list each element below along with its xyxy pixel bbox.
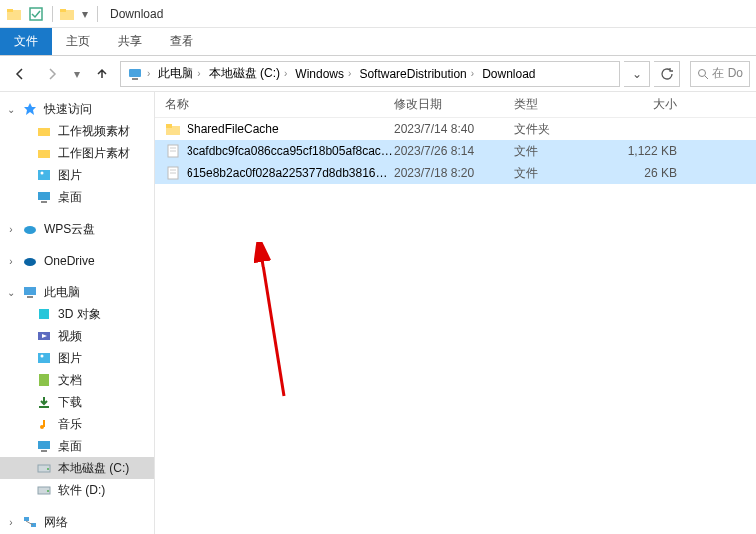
- 3d-icon: [36, 306, 52, 322]
- breadcrumb-item[interactable]: Windows›: [291, 67, 355, 81]
- expand-icon[interactable]: ⌄: [6, 287, 16, 298]
- desktop-icon: [36, 189, 52, 205]
- svg-point-33: [47, 468, 49, 470]
- svg-rect-7: [132, 78, 138, 80]
- pc-icon: [127, 66, 143, 82]
- sidebar-item[interactable]: 文档: [0, 369, 154, 391]
- svg-marker-10: [24, 103, 36, 115]
- svg-point-25: [41, 355, 44, 358]
- expand-icon[interactable]: ›: [6, 224, 16, 235]
- column-size[interactable]: 大小: [613, 96, 693, 113]
- address-dropdown[interactable]: ⌄: [624, 61, 650, 87]
- pictures-icon: [36, 350, 52, 366]
- sidebar-item[interactable]: 工作视频素材: [0, 120, 154, 142]
- sidebar-item[interactable]: 软件 (D:): [0, 479, 154, 501]
- file-size: 1,122 KB: [613, 144, 693, 158]
- column-type[interactable]: 类型: [514, 96, 613, 113]
- breadcrumb-item[interactable]: Download: [478, 67, 539, 81]
- breadcrumb[interactable]: › 此电脑› 本地磁盘 (C:)› Windows› SoftwareDistr…: [120, 61, 620, 87]
- file-date: 2023/7/26 8:14: [394, 144, 514, 158]
- sidebar-item[interactable]: 桌面: [0, 435, 154, 457]
- qat-dropdown-icon[interactable]: ▾: [79, 4, 91, 24]
- svg-point-17: [24, 226, 36, 234]
- svg-rect-2: [7, 9, 13, 12]
- qat-props-icon[interactable]: [57, 4, 77, 24]
- svg-rect-27: [39, 406, 49, 408]
- svg-rect-29: [43, 420, 45, 427]
- file-date: 2023/7/14 8:40: [394, 122, 514, 136]
- file-date: 2023/7/18 8:20: [394, 166, 514, 180]
- title-bar: ▾ Download: [0, 0, 756, 28]
- sidebar-item[interactable]: 下载: [0, 391, 154, 413]
- file-row[interactable]: 615e8b2ac0f028a225377d8db381647...2023/7…: [155, 162, 756, 184]
- file-name: 615e8b2ac0f028a225377d8db381647...: [187, 166, 394, 180]
- svg-rect-26: [39, 374, 49, 386]
- sidebar-item[interactable]: 工作图片素材: [0, 142, 154, 164]
- recent-dropdown[interactable]: ▾: [70, 61, 84, 87]
- svg-rect-3: [30, 8, 42, 20]
- file-size: 26 KB: [613, 166, 693, 180]
- svg-point-8: [699, 69, 706, 76]
- sidebar-item[interactable]: 桌面: [0, 186, 154, 208]
- chevron-right-icon: ›: [197, 68, 200, 79]
- tab-file[interactable]: 文件: [0, 28, 52, 55]
- star-icon: [22, 101, 38, 117]
- tab-view[interactable]: 查看: [156, 28, 207, 55]
- breadcrumb-item[interactable]: 本地磁盘 (C:)›: [205, 65, 292, 82]
- annotation-arrow: [254, 242, 294, 401]
- pc-icon: [22, 284, 38, 300]
- column-headers[interactable]: 名称 修改日期 类型 大小: [155, 92, 756, 118]
- search-input[interactable]: 在 Do: [690, 61, 750, 87]
- sidebar-item[interactable]: 3D 对象: [0, 303, 154, 325]
- svg-rect-5: [60, 9, 66, 12]
- svg-rect-19: [24, 287, 36, 295]
- svg-rect-30: [38, 441, 50, 449]
- column-date[interactable]: 修改日期: [394, 96, 514, 113]
- back-button[interactable]: [6, 61, 34, 87]
- qat-save-icon[interactable]: [26, 4, 46, 24]
- svg-point-35: [47, 490, 49, 492]
- file-type: 文件夹: [514, 121, 613, 138]
- forward-button[interactable]: [38, 61, 66, 87]
- svg-rect-37: [31, 523, 36, 527]
- sidebar-this-pc[interactable]: ⌄此电脑: [0, 281, 154, 303]
- sidebar-quick-access[interactable]: ⌄ 快速访问: [0, 98, 154, 120]
- svg-rect-36: [24, 517, 29, 521]
- file-row[interactable]: SharedFileCache2023/7/14 8:40文件夹: [155, 118, 756, 140]
- folder-icon: [36, 123, 52, 139]
- tab-home[interactable]: 主页: [52, 28, 104, 55]
- chevron-right-icon: ›: [348, 68, 351, 79]
- sidebar-wps[interactable]: ›WPS云盘: [0, 218, 154, 240]
- sidebar-item[interactable]: 音乐: [0, 413, 154, 435]
- up-button[interactable]: [88, 61, 116, 87]
- svg-rect-21: [39, 309, 49, 319]
- separator: [97, 6, 98, 22]
- sidebar-network[interactable]: ›网络: [0, 511, 154, 533]
- expand-icon[interactable]: ›: [6, 256, 16, 267]
- expand-icon[interactable]: ⌄: [6, 104, 16, 115]
- sidebar-item[interactable]: 本地磁盘 (C:): [0, 457, 154, 479]
- separator: [52, 6, 53, 22]
- sidebar-item[interactable]: 图片: [0, 164, 154, 186]
- sidebar-onedrive[interactable]: ›OneDrive: [0, 250, 154, 271]
- breadcrumb-item[interactable]: SoftwareDistribution›: [355, 67, 478, 81]
- file-name: 3cafdbc9fca086cca95cf18b05af8cace...: [187, 144, 394, 158]
- tab-share[interactable]: 共享: [104, 28, 156, 55]
- drive-icon: [36, 482, 52, 498]
- svg-line-9: [705, 76, 708, 79]
- ribbon-tabs: 文件 主页 共享 查看: [0, 28, 756, 56]
- chevron-right-icon: ›: [471, 68, 474, 79]
- svg-rect-6: [129, 69, 141, 77]
- svg-rect-40: [166, 124, 172, 128]
- refresh-button[interactable]: [654, 61, 680, 87]
- drive-icon: [36, 460, 52, 476]
- folder-icon: [36, 145, 52, 161]
- file-row[interactable]: 3cafdbc9fca086cca95cf18b05af8cace...2023…: [155, 140, 756, 162]
- sidebar-item[interactable]: 视频: [0, 325, 154, 347]
- breadcrumb-item[interactable]: 此电脑›: [154, 65, 204, 82]
- sidebar-item[interactable]: 图片: [0, 347, 154, 369]
- expand-icon[interactable]: ›: [6, 517, 16, 528]
- column-name[interactable]: 名称: [165, 96, 394, 113]
- breadcrumb-root[interactable]: ›: [123, 66, 154, 82]
- navigation-pane[interactable]: ⌄ 快速访问 工作视频素材 工作图片素材 图片 桌面 ›WPS云盘 ›OneDr…: [0, 92, 155, 534]
